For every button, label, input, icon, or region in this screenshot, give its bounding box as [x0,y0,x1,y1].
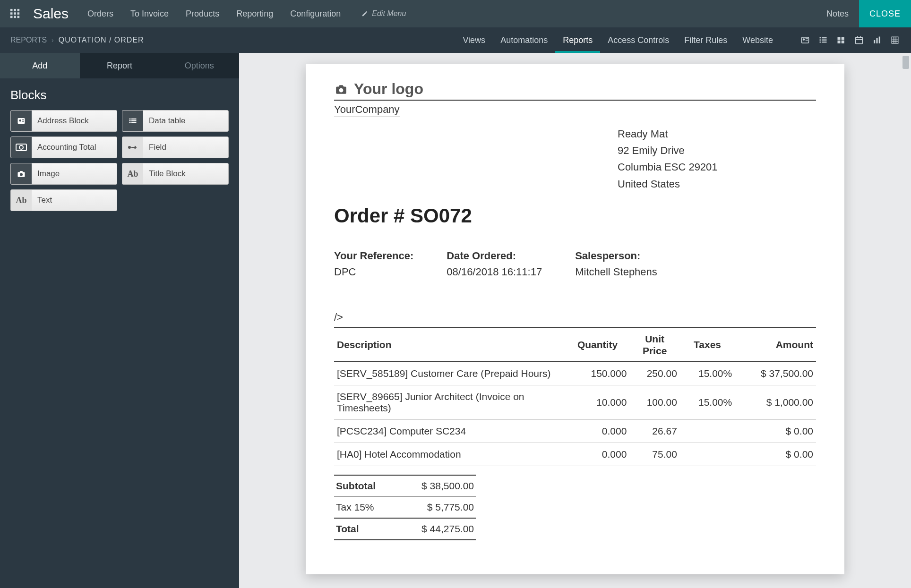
meta-date: Date Ordered: 08/16/2018 16:11:17 [447,250,542,278]
stray-text: /> [334,311,816,324]
svg-rect-3 [10,12,13,15]
block-title[interactable]: Ab Title Block [122,163,229,185]
svg-rect-15 [820,40,821,41]
block-text[interactable]: Ab Text [10,189,117,211]
table-cell: [PCSC234] Computer SC234 [334,420,566,443]
addr-street: 92 Emily Drive [618,142,816,159]
list-view-icon[interactable] [817,34,829,46]
sidebar-tabs: Add Report Options [0,53,239,78]
svg-rect-29 [879,37,880,43]
svg-rect-16 [822,40,827,41]
logo-placeholder[interactable]: Your logo [334,80,816,101]
text-ab-icon: Ab [11,190,32,211]
app-brand[interactable]: Sales [30,6,79,22]
pencil-icon [361,10,368,17]
table-icon [122,111,143,131]
menu-products[interactable]: Products [177,0,228,27]
notes-link[interactable]: Notes [816,9,859,19]
money-icon [11,137,32,158]
total-value: $ 5,775.00 [427,502,474,513]
svg-rect-18 [822,42,827,43]
sidebar-tab-options[interactable]: Options [159,53,239,78]
table-cell: 15.00% [680,362,735,385]
close-button[interactable]: CLOSE [859,0,911,27]
table-row[interactable]: [SERV_89665] Junior Architect (Invoice o… [334,385,816,420]
block-accounting-total[interactable]: Accounting Total [10,136,117,158]
table-row[interactable]: [PCSC234] Computer SC2340.00026.67$ 0.00 [334,420,816,443]
edit-menu-link[interactable]: Edit Menu [361,9,406,18]
addr-country: United States [618,176,816,192]
order-meta[interactable]: Your Reference: DPC Date Ordered: 08/16/… [334,250,816,278]
editor-sidebar: Add Report Options Blocks Address Block … [0,53,239,588]
report-page[interactable]: Your logo YourCompany Ready Mat 92 Emily… [306,64,844,574]
customer-address[interactable]: Ready Mat 92 Emily Drive Columbia ESC 29… [618,126,816,192]
table-cell: [SERV_89665] Junior Architect (Invoice o… [334,385,566,420]
table-cell: 250.00 [629,362,680,385]
meta-label: Salesperson: [575,250,657,262]
block-address[interactable]: Address Block [10,110,117,132]
addr-name: Ready Mat [618,126,816,142]
graph-view-icon[interactable] [871,34,883,46]
svg-rect-22 [842,41,844,43]
text-ab-icon: Ab [122,163,143,184]
svg-rect-28 [877,38,878,43]
camera-icon [334,83,348,95]
calendar-view-icon[interactable] [853,34,865,46]
breadcrumb-root[interactable]: REPORTS [10,36,47,44]
block-label: Text [37,196,52,205]
tab-automations[interactable]: Automations [493,27,555,53]
total-label: Subtotal [336,480,376,492]
th-unit-price: Unit Price [629,328,680,362]
meta-salesperson: Salesperson: Mitchell Stephens [575,250,657,278]
card-view-icon[interactable] [799,34,811,46]
menu-to-invoice[interactable]: To Invoice [122,0,177,27]
tab-filter-rules[interactable]: Filter Rules [677,27,735,53]
tab-website[interactable]: Website [735,27,781,53]
block-label: Title Block [149,169,186,179]
table-cell: $ 37,500.00 [735,362,816,385]
tab-views[interactable]: Views [455,27,493,53]
meta-reference: Your Reference: DPC [334,250,413,278]
topnav-menu: Orders To Invoice Products Reporting Con… [79,0,349,27]
svg-rect-39 [129,119,131,119]
apps-icon[interactable] [0,9,30,19]
block-data-table[interactable]: Data table [122,110,229,132]
sidebar-tab-report[interactable]: Report [80,53,160,78]
block-image[interactable]: Image [10,163,117,185]
total-label: Total [336,523,359,535]
sidebar-heading: Blocks [10,88,229,102]
address-card-icon [11,111,32,131]
meta-value: DPC [334,266,413,278]
tab-access-controls[interactable]: Access Controls [600,27,677,53]
company-name[interactable]: YourCompany [334,103,400,117]
tab-reports[interactable]: Reports [555,27,600,53]
logo-text: Your logo [354,80,423,98]
table-row[interactable]: [HA0] Hotel Accommodation0.00075.00$ 0.0… [334,443,816,466]
camera-icon [11,163,32,184]
menu-orders[interactable]: Orders [79,0,122,27]
order-title[interactable]: Order # SO072 [334,205,816,227]
order-totals[interactable]: Subtotal $ 38,500.00 Tax 15% $ 5,775.00 … [334,475,476,540]
block-field[interactable]: Field [122,136,229,158]
kanban-view-icon[interactable] [835,34,847,46]
meta-value: 08/16/2018 16:11:17 [447,266,542,278]
report-canvas[interactable]: Your logo YourCompany Ready Mat 92 Emily… [239,53,911,588]
th-amount: Amount [735,328,816,362]
order-lines-table[interactable]: Description Quantity Unit Price Taxes Am… [334,327,816,466]
svg-rect-19 [838,37,841,40]
total-row-subtotal: Subtotal $ 38,500.00 [334,475,476,496]
pivot-view-icon[interactable] [889,34,901,46]
table-cell: [HA0] Hotel Accommodation [334,443,566,466]
table-cell: 150.000 [566,362,630,385]
sidebar-tab-add[interactable]: Add [0,53,80,78]
svg-point-47 [128,146,131,149]
menu-reporting[interactable]: Reporting [228,0,282,27]
table-row[interactable]: [SERV_585189] Customer Care (Prepaid Hou… [334,362,816,385]
table-cell: [SERV_585189] Customer Care (Prepaid Hou… [334,362,566,385]
svg-rect-2 [17,9,20,11]
vertical-scrollbar[interactable] [902,56,909,585]
menu-configuration[interactable]: Configuration [282,0,349,27]
svg-rect-30 [892,37,898,43]
arrows-icon [122,137,143,158]
block-label: Image [37,169,60,179]
